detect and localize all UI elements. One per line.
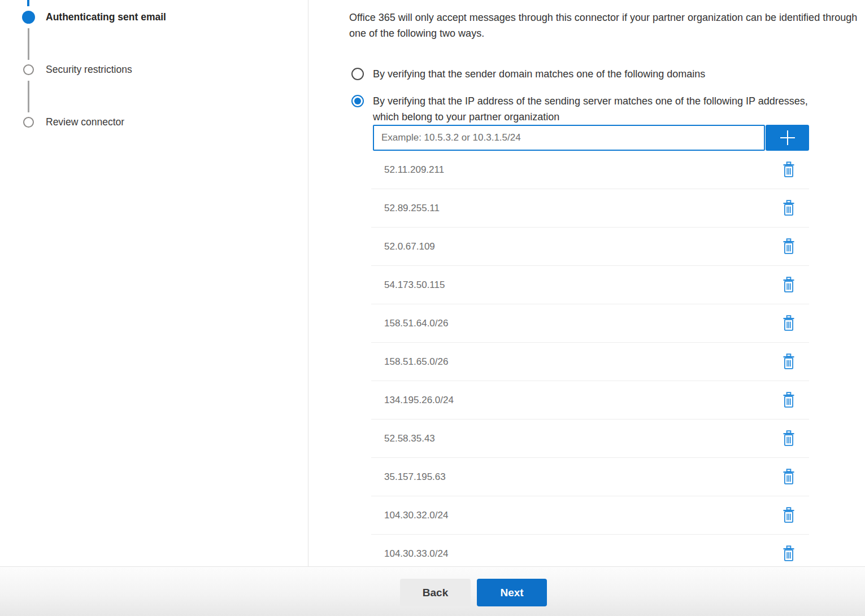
delete-ip-button[interactable] [781,276,797,294]
radio-icon [351,68,364,80]
trash-icon [782,238,796,255]
radio-icon [351,95,364,107]
verification-options: By verifying that the sender domain matc… [351,66,820,125]
ip-address-value: 104.30.32.0/24 [384,510,448,521]
trash-icon [782,392,796,408]
delete-ip-button[interactable] [781,160,797,179]
verification-option-radio[interactable]: By verifying that the IP address of the … [351,93,820,125]
delete-ip-button[interactable] [781,199,797,217]
ip-address-row: 52.11.209.211 [371,151,809,189]
ip-address-value: 158.51.65.0/26 [384,356,448,368]
add-ip-button[interactable] [766,125,809,151]
ip-address-value: 52.0.67.109 [384,241,435,252]
delete-ip-button[interactable] [781,352,797,371]
authenticating-sent-email-panel: Office 365 will only accept messages thr… [0,0,865,616]
delete-ip-button[interactable] [781,468,797,486]
trash-icon [782,545,796,562]
trash-icon [782,469,796,485]
ip-address-value: 54.173.50.115 [384,279,445,291]
ip-address-value: 52.58.35.43 [384,433,435,444]
ip-address-row: 158.51.64.0/26 [371,304,809,343]
ip-address-row: 104.30.32.0/24 [371,496,809,535]
plus-icon [779,129,796,146]
ip-address-row: 52.89.255.11 [371,189,809,228]
trash-icon [782,277,796,293]
next-button[interactable]: Next [477,579,547,606]
panel-description: Office 365 will only accept messages thr… [349,10,865,41]
trash-icon [782,200,796,216]
delete-ip-button[interactable] [781,237,797,256]
delete-ip-button[interactable] [781,314,797,333]
footer-buttons: Back Next [400,579,547,606]
delete-ip-button[interactable] [781,429,797,448]
trash-icon [782,507,796,523]
delete-ip-button[interactable] [781,391,797,409]
ip-address-row: 54.173.50.115 [371,266,809,304]
ip-address-value: 35.157.195.63 [384,471,446,483]
delete-ip-button[interactable] [781,544,797,563]
option-label: By verifying that the IP address of the … [373,93,820,125]
ip-address-value: 104.30.33.0/24 [384,548,448,560]
ip-address-input-row [373,125,809,151]
ip-address-value: 158.51.64.0/26 [384,318,448,329]
ip-address-row: 35.157.195.63 [371,458,809,496]
ip-address-row: 158.51.65.0/26 [371,343,809,381]
back-button[interactable]: Back [400,579,471,606]
ip-address-row: 52.0.67.109 [371,228,809,266]
wizard-footer: Back Next [0,566,865,616]
trash-icon [782,353,796,370]
ip-address-row: 52.58.35.43 [371,420,809,458]
connector-wizard-page: Authenticating sent email Security restr… [0,0,865,616]
ip-address-value: 134.195.26.0/24 [384,395,454,406]
trash-icon [782,430,796,447]
option-label: By verifying that the sender domain matc… [373,66,705,82]
delete-ip-button[interactable] [781,506,797,525]
trash-icon [782,161,796,178]
ip-address-row: 134.195.26.0/24 [371,381,809,420]
trash-icon [782,315,796,331]
ip-address-input[interactable] [373,125,765,151]
ip-address-value: 52.89.255.11 [384,203,440,214]
ip-address-value: 52.11.209.211 [384,164,444,176]
verification-option-radio[interactable]: By verifying that the sender domain matc… [351,66,820,82]
ip-address-list: 52.11.209.211 52.89.255.11 [371,151,809,573]
